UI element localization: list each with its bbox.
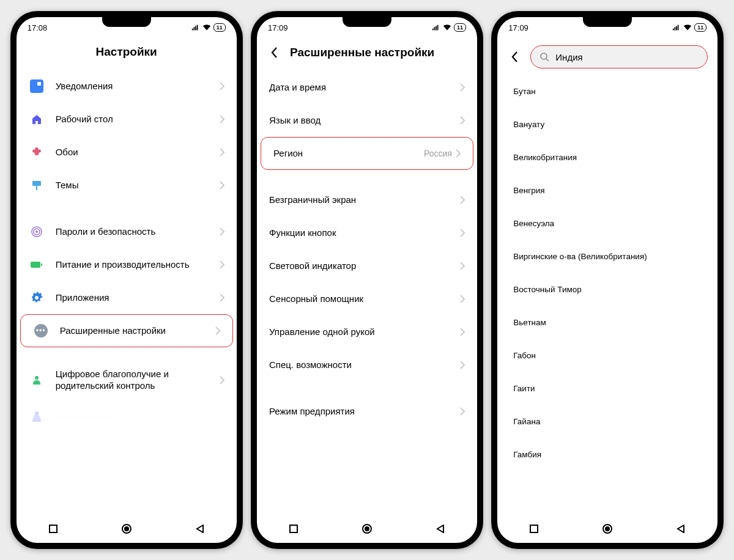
chevron-right-icon [220,181,224,190]
region-item[interactable]: Восточный Тимор [497,273,717,306]
chevron-right-icon [220,82,224,90]
wellbeing-icon [29,372,45,388]
chevron-right-icon [460,295,465,303]
back-button[interactable] [507,50,522,64]
row-apps[interactable]: Приложения [17,281,237,314]
region-item[interactable]: Гамбия [497,438,717,471]
svg-point-7 [35,376,39,380]
row-one-handed[interactable]: Управление одной рукой [257,315,477,348]
battery-perf-icon [29,257,45,273]
battery-icon: 11 [694,23,706,32]
screen-region-search: 17:09 11 Индия Бутан Вануату Великобрита… [497,17,717,543]
region-label: Венгрия [513,186,544,195]
region-item[interactable]: Бутан [497,75,717,108]
region-item[interactable]: Виргинские о-ва (Великобритания) [497,240,717,273]
svg-point-4 [35,230,38,233]
nav-recent[interactable] [510,520,558,538]
row-label: Обои [56,147,220,158]
svg-point-10 [124,526,129,531]
chevron-right-icon [460,328,465,336]
wifi-icon [443,24,451,31]
row-date-time[interactable]: Дата и время [257,71,477,104]
row-region[interactable]: Регион Россия [261,137,473,170]
chevron-right-icon [460,361,465,369]
search-value: Индия [555,52,582,62]
row-passwords-security[interactable]: Пароли и безопасность [17,215,237,248]
row-label: Режим предприятия [269,406,460,418]
region-label: Гамбия [513,450,541,459]
region-label: Вануату [513,120,544,129]
notch [343,17,391,27]
fingerprint-icon [29,224,45,240]
region-item[interactable]: Венесуэла [497,207,717,240]
nav-recent[interactable] [29,520,78,538]
chevron-right-icon [215,326,220,335]
chevron-right-icon [220,148,224,157]
row-label: Функции кнопок [269,227,460,239]
status-time: 17:08 [28,23,48,32]
row-battery-performance[interactable]: Питание и производительность [17,248,237,281]
row-additional-settings[interactable]: ••• Расширенные настройки [20,314,233,347]
svg-rect-6 [41,263,42,266]
region-label: Венесуэла [513,219,554,228]
notifications-icon [29,78,45,94]
svg-point-13 [365,526,369,531]
row-home-screen[interactable]: Рабочий стол [17,103,237,136]
phone-2: 17:09 11 Расширенные настройки Дата и вр… [251,11,483,549]
region-label: Габон [513,351,536,360]
region-item[interactable]: Гайана [497,405,717,438]
row-notification-light[interactable]: Световой индикатор [257,249,477,282]
row-cutoff[interactable]: — — — — — [17,400,237,433]
row-themes[interactable]: Темы [17,169,237,202]
nav-back[interactable] [656,520,705,538]
search-input[interactable]: Индия [530,45,708,68]
row-fullscreen[interactable]: Безграничный экран [257,183,477,216]
row-label: Питание и производительность [56,259,220,271]
svg-rect-5 [31,262,40,268]
region-item[interactable]: Венгрия [497,174,717,207]
back-button[interactable] [267,45,281,60]
nav-home[interactable] [343,520,391,538]
row-digital-wellbeing[interactable]: Цифровое благополучие и родительский кон… [17,361,237,400]
row-button-shortcuts[interactable]: Функции кнопок [257,216,477,249]
row-label: Язык и ввод [269,115,460,127]
region-label: Вьетнам [513,318,546,327]
settings-list[interactable]: Дата и время Язык и ввод Регион Россия Б… [257,71,477,515]
header: Настройки [17,38,237,70]
row-label: Цифровое благополучие и родительский кон… [56,369,220,392]
row-notifications[interactable]: Уведомления [17,70,237,103]
nav-home[interactable] [102,520,151,538]
row-language-input[interactable]: Язык и ввод [257,104,477,137]
nav-home[interactable] [583,520,632,538]
region-item[interactable]: Габон [497,339,717,372]
region-item[interactable]: Великобритания [497,141,717,174]
svg-point-14 [541,53,547,59]
search-icon [539,52,549,62]
chevron-left-icon [511,51,518,63]
header: Расширенные настройки [257,38,477,71]
region-item[interactable]: Вануату [497,108,717,141]
chevron-right-icon [220,227,224,236]
settings-list[interactable]: Уведомления Рабочий стол Обои Темы [17,70,237,515]
home-icon [29,111,45,127]
screen-additional-settings: 17:09 11 Расширенные настройки Дата и вр… [257,17,477,543]
flask-icon [29,408,45,424]
row-enterprise-mode[interactable]: Режим предприятия [257,395,477,428]
status-time: 17:09 [508,23,528,32]
page-title: Настройки [96,45,157,59]
svg-rect-15 [530,525,538,532]
chevron-right-icon [220,376,224,385]
region-item[interactable]: Гаити [497,372,717,405]
row-quick-ball[interactable]: Сенсорный помощник [257,282,477,315]
signal-icon [432,24,440,31]
nav-back[interactable] [176,520,224,538]
region-list[interactable]: Бутан Вануату Великобритания Венгрия Вен… [497,75,717,515]
region-item[interactable]: Вьетнам [497,306,717,339]
row-wallpaper[interactable]: Обои [17,136,237,169]
row-label: Пароли и безопасность [56,226,220,238]
nav-recent[interactable] [269,520,318,538]
row-label: Спец. возможности [269,359,460,371]
chevron-right-icon [460,196,465,204]
nav-back[interactable] [416,520,465,538]
row-accessibility[interactable]: Спец. возможности [257,348,477,381]
